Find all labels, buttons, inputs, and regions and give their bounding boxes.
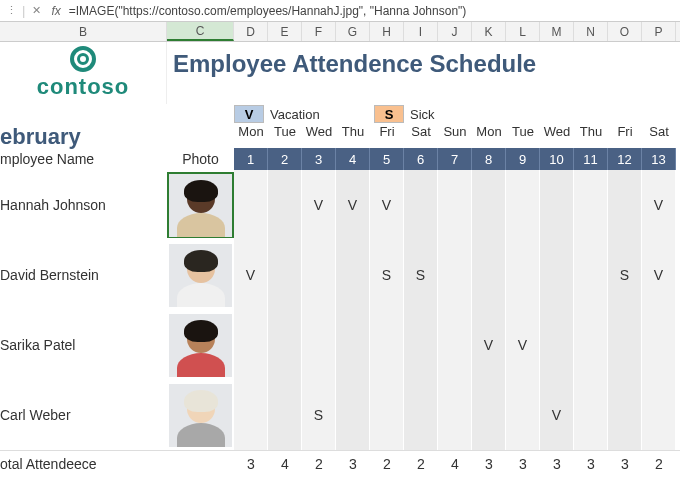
employee-name[interactable]: David Bernstein — [0, 267, 167, 283]
attendance-cell[interactable]: V — [642, 170, 676, 240]
date-header[interactable]: 11 — [574, 148, 608, 170]
total-cell[interactable]: 4 — [438, 456, 472, 472]
column-header-d[interactable]: D — [234, 22, 268, 41]
attendance-cell[interactable] — [404, 310, 438, 380]
employee-photo[interactable] — [167, 382, 234, 448]
attendance-cell[interactable] — [336, 240, 370, 310]
date-header[interactable]: 10 — [540, 148, 574, 170]
column-header-i[interactable]: I — [404, 22, 438, 41]
total-cell[interactable]: 3 — [336, 456, 370, 472]
attendance-cell[interactable] — [540, 170, 574, 240]
column-header-p[interactable]: P — [642, 22, 676, 41]
column-header-k[interactable]: K — [472, 22, 506, 41]
column-header-e[interactable]: E — [268, 22, 302, 41]
attendance-cell[interactable] — [642, 380, 676, 450]
date-header[interactable]: 3 — [302, 148, 336, 170]
attendance-cell[interactable] — [506, 170, 540, 240]
attendance-cell[interactable]: V — [302, 170, 336, 240]
date-header[interactable]: 12 — [608, 148, 642, 170]
attendance-cell[interactable] — [438, 310, 472, 380]
attendance-cell[interactable] — [302, 310, 336, 380]
attendance-cell[interactable] — [574, 380, 608, 450]
column-header-g[interactable]: G — [336, 22, 370, 41]
attendance-cell[interactable] — [234, 170, 268, 240]
column-header-n[interactable]: N — [574, 22, 608, 41]
column-header-h[interactable]: H — [370, 22, 404, 41]
attendance-cell[interactable] — [438, 380, 472, 450]
column-header-c[interactable]: C — [167, 22, 234, 41]
column-header-l[interactable]: L — [506, 22, 540, 41]
attendance-cell[interactable]: V — [370, 170, 404, 240]
attendance-cell[interactable] — [404, 170, 438, 240]
attendance-cell[interactable] — [438, 240, 472, 310]
total-cell[interactable]: 3 — [540, 456, 574, 472]
attendance-cell[interactable] — [268, 170, 302, 240]
total-cell[interactable]: 2 — [302, 456, 336, 472]
attendance-cell[interactable] — [506, 380, 540, 450]
attendance-cell[interactable]: V — [472, 310, 506, 380]
employee-name[interactable]: Hannah Johnson — [0, 197, 167, 213]
column-header-b[interactable]: B — [0, 22, 167, 41]
column-header-j[interactable]: J — [438, 22, 472, 41]
total-cell[interactable]: 3 — [608, 456, 642, 472]
attendance-cell[interactable]: S — [404, 240, 438, 310]
total-cell[interactable]: 4 — [268, 456, 302, 472]
employee-photo[interactable] — [167, 242, 234, 308]
attendance-cell[interactable]: V — [506, 310, 540, 380]
date-header[interactable]: 7 — [438, 148, 472, 170]
attendance-cell[interactable] — [234, 310, 268, 380]
attendance-cell[interactable] — [642, 310, 676, 380]
attendance-cell[interactable]: S — [608, 240, 642, 310]
total-cell[interactable]: 3 — [472, 456, 506, 472]
attendance-cell[interactable] — [438, 170, 472, 240]
employee-photo[interactable] — [167, 172, 234, 238]
date-header[interactable]: 13 — [642, 148, 676, 170]
cancel-icon[interactable]: ✕ — [29, 4, 43, 18]
attendance-cell[interactable] — [370, 310, 404, 380]
attendance-cell[interactable] — [506, 240, 540, 310]
date-header[interactable]: 9 — [506, 148, 540, 170]
employee-name[interactable]: Carl Weber — [0, 407, 167, 423]
attendance-cell[interactable]: V — [234, 240, 268, 310]
total-cell[interactable]: 3 — [574, 456, 608, 472]
total-cell[interactable]: 2 — [404, 456, 438, 472]
attendance-cell[interactable]: V — [540, 380, 574, 450]
dropdown-icon[interactable]: ⋮ — [4, 4, 18, 18]
attendance-cell[interactable] — [472, 380, 506, 450]
attendance-cell[interactable] — [540, 310, 574, 380]
attendance-cell[interactable]: S — [302, 380, 336, 450]
formula-input[interactable] — [69, 4, 676, 18]
attendance-cell[interactable] — [268, 310, 302, 380]
fx-label[interactable]: fx — [47, 4, 64, 18]
attendance-cell[interactable] — [540, 240, 574, 310]
attendance-cell[interactable] — [472, 240, 506, 310]
attendance-cell[interactable]: S — [370, 240, 404, 310]
attendance-cell[interactable] — [608, 170, 642, 240]
total-cell[interactable]: 3 — [506, 456, 540, 472]
attendance-cell[interactable] — [268, 240, 302, 310]
attendance-cell[interactable] — [336, 310, 370, 380]
attendance-cell[interactable] — [336, 380, 370, 450]
attendance-cell[interactable] — [234, 380, 268, 450]
attendance-cell[interactable] — [608, 310, 642, 380]
attendance-cell[interactable] — [302, 240, 336, 310]
column-header-f[interactable]: F — [302, 22, 336, 41]
attendance-cell[interactable] — [370, 380, 404, 450]
attendance-cell[interactable] — [472, 170, 506, 240]
attendance-cell[interactable] — [268, 380, 302, 450]
attendance-cell[interactable] — [574, 310, 608, 380]
total-cell[interactable]: 2 — [642, 456, 676, 472]
date-header[interactable]: 6 — [404, 148, 438, 170]
attendance-cell[interactable] — [608, 380, 642, 450]
date-header[interactable]: 8 — [472, 148, 506, 170]
employee-name[interactable]: Sarika Patel — [0, 337, 167, 353]
date-header[interactable]: 1 — [234, 148, 268, 170]
total-cell[interactable]: 2 — [370, 456, 404, 472]
total-cell[interactable]: 3 — [234, 456, 268, 472]
date-header[interactable]: 4 — [336, 148, 370, 170]
attendance-cell[interactable] — [574, 170, 608, 240]
date-header[interactable]: 2 — [268, 148, 302, 170]
column-header-o[interactable]: O — [608, 22, 642, 41]
date-header[interactable]: 5 — [370, 148, 404, 170]
attendance-cell[interactable] — [574, 240, 608, 310]
